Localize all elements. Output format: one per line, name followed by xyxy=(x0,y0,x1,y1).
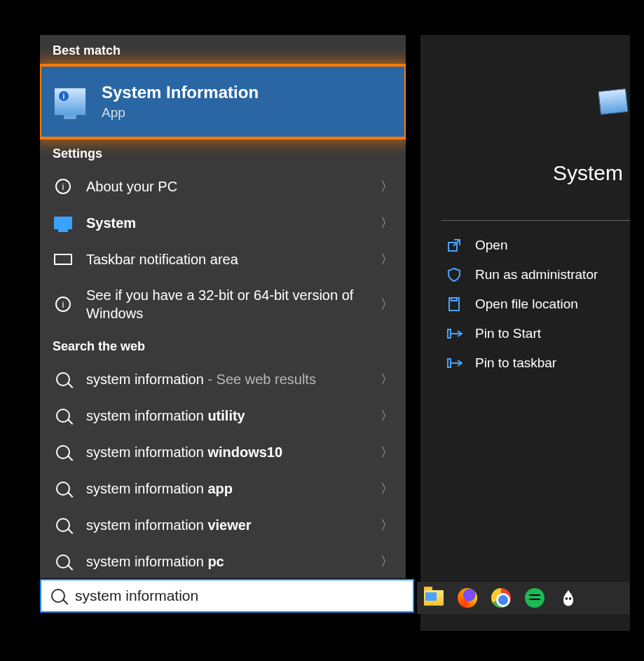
chevron-right-icon: 〉 xyxy=(381,407,393,424)
chevron-right-icon: 〉 xyxy=(381,444,393,461)
info-icon: i xyxy=(55,297,71,312)
settings-result-label: About your PC xyxy=(86,177,368,196)
search-icon xyxy=(56,518,70,532)
chevron-right-icon: 〉 xyxy=(381,480,393,497)
search-icon xyxy=(56,372,70,386)
settings-result-label: Taskbar notification area xyxy=(86,250,368,268)
chevron-right-icon: 〉 xyxy=(381,214,393,231)
taskbar-file-explorer[interactable] xyxy=(421,585,446,611)
shield-icon xyxy=(446,267,463,282)
foobar2000-icon xyxy=(559,588,578,608)
settings-result-label: See if you have a 32-bit or 64-bit versi… xyxy=(86,286,368,322)
action-label: Pin to taskbar xyxy=(475,355,556,371)
spotify-icon xyxy=(525,588,544,608)
web-result-3[interactable]: system information app〉 xyxy=(40,470,406,507)
search-results-panel: Best match System Information App Settin… xyxy=(40,35,406,578)
open-icon xyxy=(446,238,463,253)
chevron-right-icon: 〉 xyxy=(381,296,393,313)
action-folder[interactable]: Open file location xyxy=(420,289,630,319)
action-label: Open xyxy=(475,238,507,253)
web-result-label: system information - See web results xyxy=(86,370,368,388)
web-result-label: system information app xyxy=(86,479,368,498)
search-query[interactable]: system information xyxy=(75,587,198,604)
pin-task-icon xyxy=(446,356,463,370)
web-result-label: system information viewer xyxy=(86,516,368,534)
chevron-right-icon: 〉 xyxy=(381,178,393,195)
chevron-right-icon: 〉 xyxy=(381,251,393,268)
search-icon xyxy=(56,445,70,459)
best-match-subtitle: App xyxy=(102,105,259,121)
settings-header: Settings xyxy=(40,138,406,168)
web-header: Search the web xyxy=(40,331,406,361)
taskbar-spotify[interactable] xyxy=(522,585,547,611)
pc-icon xyxy=(54,217,72,229)
web-result-label: system information windows10 xyxy=(86,443,368,461)
action-open[interactable]: Open xyxy=(420,231,630,260)
svg-point-4 xyxy=(569,597,572,600)
best-match-title: System Information xyxy=(102,83,259,102)
detail-divider xyxy=(441,220,630,221)
taskbar-firefox[interactable] xyxy=(455,585,480,611)
folder-icon xyxy=(446,297,463,312)
svg-rect-2 xyxy=(451,298,457,301)
file-explorer-icon xyxy=(424,590,444,606)
search-icon xyxy=(56,482,70,496)
detail-title: System xyxy=(420,161,630,185)
rect-icon xyxy=(54,254,72,265)
firefox-icon xyxy=(458,588,477,608)
chrome-icon xyxy=(491,588,511,608)
settings-result-2[interactable]: Taskbar notification area〉 xyxy=(40,241,406,278)
action-label: Open file location xyxy=(475,297,578,312)
settings-result-3[interactable]: iSee if you have a 32-bit or 64-bit vers… xyxy=(40,278,406,331)
best-match-header: Best match xyxy=(40,35,406,65)
action-shield[interactable]: Run as administrator xyxy=(420,260,630,289)
search-icon xyxy=(51,589,65,603)
search-icon xyxy=(56,409,70,423)
action-label: Pin to Start xyxy=(475,326,541,341)
settings-result-1[interactable]: System〉 xyxy=(40,205,406,241)
taskbar xyxy=(417,582,630,614)
taskbar-foobar2000[interactable] xyxy=(556,585,581,611)
web-result-0[interactable]: system information - See web results〉 xyxy=(40,361,406,397)
web-result-label: system information utility xyxy=(86,407,368,425)
best-match-result[interactable]: System Information App xyxy=(40,65,406,138)
settings-result-label: System xyxy=(86,214,368,232)
web-result-1[interactable]: system information utility〉 xyxy=(40,397,406,434)
web-result-2[interactable]: system information windows10〉 xyxy=(40,434,406,470)
detail-pane: System OpenRun as administratorOpen file… xyxy=(420,35,630,631)
chevron-right-icon: 〉 xyxy=(381,553,393,570)
settings-result-0[interactable]: iAbout your PC〉 xyxy=(40,168,406,205)
system-information-icon xyxy=(54,88,86,116)
svg-point-3 xyxy=(566,597,568,600)
action-pin-start[interactable]: Pin to Start xyxy=(420,319,630,348)
chevron-right-icon: 〉 xyxy=(381,517,393,533)
search-icon xyxy=(56,554,70,568)
action-label: Run as administrator xyxy=(475,267,598,282)
web-result-label: system information pc xyxy=(86,552,368,571)
action-pin-task[interactable]: Pin to taskbar xyxy=(420,348,630,378)
detail-app-icon xyxy=(598,88,628,115)
pin-start-icon xyxy=(446,327,463,341)
info-icon: i xyxy=(55,179,71,194)
web-result-5[interactable]: system information pc〉 xyxy=(40,543,406,578)
web-result-4[interactable]: system information viewer〉 xyxy=(40,507,406,543)
taskbar-chrome[interactable] xyxy=(488,585,514,611)
search-box[interactable]: system information xyxy=(40,579,414,613)
chevron-right-icon: 〉 xyxy=(381,371,393,388)
